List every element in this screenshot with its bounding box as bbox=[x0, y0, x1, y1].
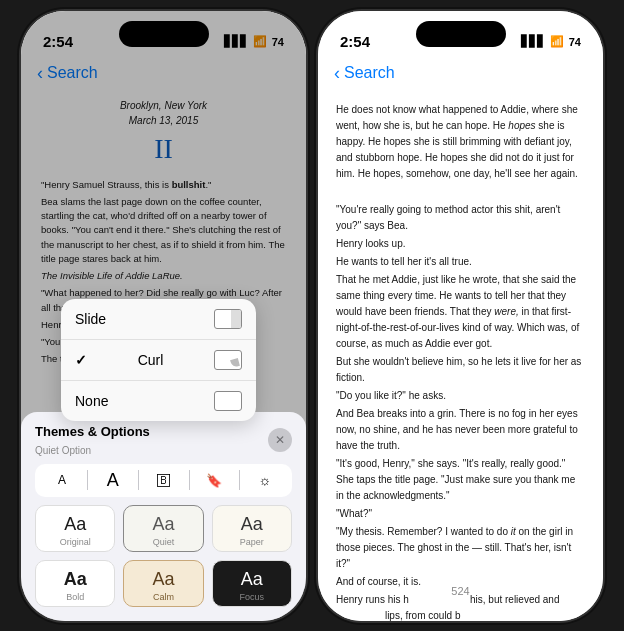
small-font-button[interactable]: A bbox=[47, 473, 77, 487]
nav-bar-left: ‹ Search bbox=[21, 61, 306, 88]
rp-6: That he met Addie, just like he wrote, t… bbox=[336, 272, 585, 352]
rp-8: "Do you like it?" he asks. bbox=[336, 388, 585, 404]
theme-aa-original: Aa bbox=[64, 514, 86, 535]
theme-paper[interactable]: Aa Paper bbox=[212, 505, 292, 552]
theme-aa-focus: Aa bbox=[241, 569, 263, 590]
right-phone: 2:54 ▋▋▋ 📶 74 ‹ Search He does not know … bbox=[318, 11, 603, 621]
status-icons-right: ▋▋▋ 📶 74 bbox=[521, 35, 581, 48]
left-phone: 2:54 ▋▋▋ 📶 74 ‹ Search Brooklyn, New Yor… bbox=[21, 11, 306, 621]
curl-icon bbox=[214, 350, 242, 370]
reading-text: He does not know what happened to Addie,… bbox=[336, 102, 585, 621]
divider-2 bbox=[138, 470, 139, 490]
bookmark-button[interactable]: 🔖 bbox=[199, 473, 229, 488]
theme-focus[interactable]: Aa Focus bbox=[212, 560, 292, 607]
transition-none-label: None bbox=[75, 393, 108, 409]
transition-menu: Slide ✓ Curl None bbox=[61, 299, 256, 421]
none-icon bbox=[214, 391, 242, 411]
theme-aa-quiet: Aa bbox=[152, 514, 174, 535]
themes-header-text: Themes & Options Quiet Option bbox=[35, 422, 150, 458]
rp-3: "You're really going to method actor thi… bbox=[336, 202, 585, 234]
rp-9: And Bea breaks into a grin. There is no … bbox=[336, 406, 585, 454]
dynamic-island-left bbox=[119, 21, 209, 47]
chevron-left-icon: ‹ bbox=[37, 63, 43, 84]
status-icons-left: ▋▋▋ 📶 74 bbox=[224, 35, 284, 48]
paragraph-3: The Invisible Life of Addie LaRue. bbox=[41, 269, 286, 283]
theme-label-focus: Focus bbox=[240, 592, 265, 602]
back-button-left[interactable]: ‹ Search bbox=[37, 63, 290, 84]
time-right: 2:54 bbox=[340, 33, 370, 50]
transition-slide-label: Slide bbox=[75, 311, 106, 327]
themes-subtitle: Quiet Option bbox=[35, 445, 91, 456]
font-picker-button[interactable]: 🄱 bbox=[149, 473, 179, 488]
brightness-button[interactable]: ☼ bbox=[250, 472, 280, 488]
signal-icon-left: ▋▋▋ bbox=[224, 35, 248, 48]
status-bar-left: 2:54 ▋▋▋ 📶 74 bbox=[21, 11, 306, 61]
paragraph-1: "Henry Samuel Strauss, this is bullshit.… bbox=[41, 178, 286, 192]
divider-4 bbox=[239, 470, 240, 490]
theme-aa-paper: Aa bbox=[241, 514, 263, 535]
transition-curl[interactable]: ✓ Curl bbox=[61, 340, 256, 381]
battery-left: 74 bbox=[272, 36, 284, 48]
theme-grid: Aa Original Aa Quiet Aa Paper bbox=[35, 505, 292, 607]
signal-icon-right: ▋▋▋ bbox=[521, 35, 545, 48]
wifi-icon-right: 📶 bbox=[550, 35, 564, 48]
large-font-button[interactable]: A bbox=[98, 470, 128, 491]
rp-10: "It's good, Henry," she says. "It's real… bbox=[336, 456, 585, 504]
slide-icon bbox=[214, 309, 242, 329]
divider-1 bbox=[87, 470, 88, 490]
book-date: March 13, 2015 bbox=[41, 113, 286, 128]
theme-aa-calm: Aa bbox=[152, 569, 174, 590]
page-number: 524 bbox=[318, 581, 603, 601]
rp-1: He does not know what happened to Addie,… bbox=[336, 102, 585, 182]
wifi-icon-left: 📶 bbox=[253, 35, 267, 48]
theme-calm[interactable]: Aa Calm bbox=[123, 560, 203, 607]
book-location: Brooklyn, New York bbox=[41, 98, 286, 113]
back-label-left: Search bbox=[47, 64, 98, 82]
check-mark: ✓ bbox=[75, 352, 87, 368]
themes-header: Themes & Options Quiet Option ✕ bbox=[35, 422, 292, 458]
themes-panel: Themes & Options Quiet Option ✕ A A 🄱 🔖 … bbox=[21, 412, 306, 621]
close-icon: ✕ bbox=[275, 433, 285, 447]
toolbar-row: A A 🄱 🔖 ☼ bbox=[35, 464, 292, 497]
themes-close-button[interactable]: ✕ bbox=[268, 428, 292, 452]
chapter-number: II bbox=[41, 128, 286, 170]
theme-label-bold: Bold bbox=[66, 592, 84, 602]
theme-label-paper: Paper bbox=[240, 537, 264, 547]
theme-label-calm: Calm bbox=[153, 592, 174, 602]
transition-curl-label: Curl bbox=[138, 352, 164, 368]
theme-bold[interactable]: Aa Bold bbox=[35, 560, 115, 607]
theme-aa-bold: Aa bbox=[64, 569, 87, 590]
theme-label-quiet: Quiet bbox=[153, 537, 175, 547]
theme-label-original: Original bbox=[60, 537, 91, 547]
dynamic-island-right bbox=[416, 21, 506, 47]
rp-2 bbox=[336, 184, 585, 200]
back-button-right[interactable]: ‹ Search bbox=[334, 63, 587, 84]
reading-content: He does not know what happened to Addie,… bbox=[318, 88, 603, 621]
rp-5: He wants to tell her it's all true. bbox=[336, 254, 585, 270]
theme-original[interactable]: Aa Original bbox=[35, 505, 115, 552]
book-title-section: Brooklyn, New York March 13, 2015 II bbox=[41, 98, 286, 170]
chevron-right-icon: ‹ bbox=[334, 63, 340, 84]
nav-bar-right: ‹ Search bbox=[318, 61, 603, 88]
rp-4: Henry looks up. bbox=[336, 236, 585, 252]
battery-right: 74 bbox=[569, 36, 581, 48]
divider-3 bbox=[189, 470, 190, 490]
themes-title: Themes & Options bbox=[35, 424, 150, 439]
transition-slide[interactable]: Slide bbox=[61, 299, 256, 340]
status-bar-right: 2:54 ▋▋▋ 📶 74 bbox=[318, 11, 603, 61]
transition-none[interactable]: None bbox=[61, 381, 256, 421]
theme-quiet[interactable]: Aa Quiet bbox=[123, 505, 203, 552]
time-left: 2:54 bbox=[43, 33, 73, 50]
back-label-right: Search bbox=[344, 64, 395, 82]
paragraph-2: Bea slams the last page down on the coff… bbox=[41, 195, 286, 266]
rp-7: But she wouldn't believe him, so he lets… bbox=[336, 354, 585, 386]
rp-11: "What?" bbox=[336, 506, 585, 522]
rp-12: "My thesis. Remember? I wanted to do it … bbox=[336, 524, 585, 572]
